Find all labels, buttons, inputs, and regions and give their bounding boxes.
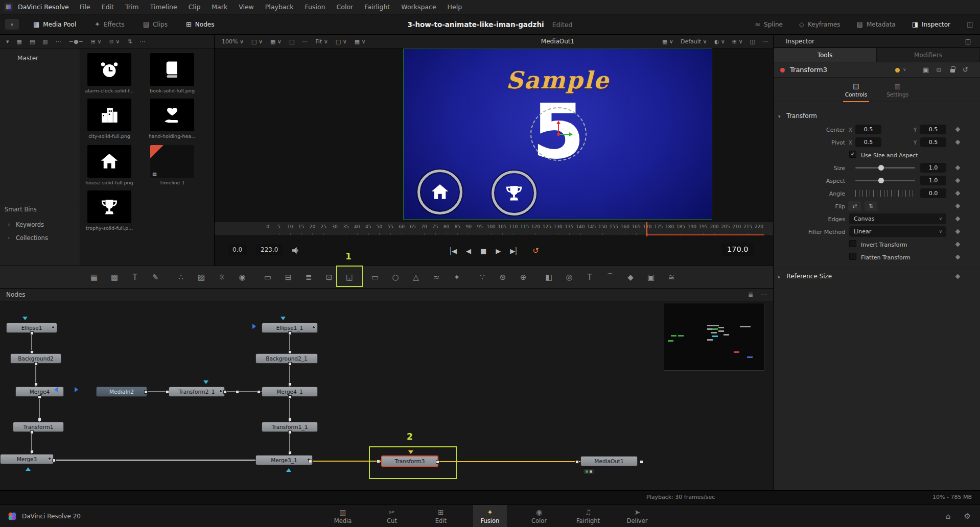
node-port[interactable]: [52, 459, 56, 462]
tab-modifiers[interactable]: Modifiers: [877, 48, 980, 62]
size-slider[interactable]: [855, 167, 915, 169]
menu-item[interactable]: Mark: [206, 3, 233, 11]
page-cut[interactable]: ✂ Cut: [375, 505, 409, 527]
audio-mute-icon[interactable]: [291, 247, 299, 256]
node-merge3[interactable]: Merge3: [0, 454, 54, 464]
node-port[interactable]: [309, 460, 312, 463]
node-port[interactable]: [30, 450, 34, 453]
merge-3d-tool-icon[interactable]: ◆: [624, 273, 637, 282]
current-frame-input[interactable]: 170.0: [721, 243, 754, 256]
range-end-input[interactable]: 223.0: [256, 244, 283, 255]
paint-tool-icon[interactable]: ✎: [149, 273, 161, 282]
keyframe-diamond-icon[interactable]: [955, 165, 961, 171]
keyframe-diamond-icon[interactable]: [955, 274, 961, 279]
nodes-more-icon[interactable]: ⋯: [761, 291, 767, 298]
menu-item[interactable]: Help: [442, 3, 468, 11]
loop-button[interactable]: ↺: [532, 246, 539, 255]
node-port[interactable]: [30, 430, 34, 434]
node-port[interactable]: [288, 362, 292, 366]
media-item[interactable]: hand-holding-hea...: [150, 99, 194, 139]
center-x-input[interactable]: 0.5: [855, 125, 881, 134]
flip-horizontal-button[interactable]: ⇄: [848, 201, 861, 211]
node-mediaout1[interactable]: MediaOut1: [580, 456, 638, 466]
page-edit[interactable]: ⊞ Edit: [424, 505, 458, 527]
node-port[interactable]: [236, 390, 239, 394]
node-port[interactable]: [288, 418, 292, 421]
reference-size-section-header[interactable]: ▸ Reference Size: [774, 269, 980, 283]
node-tile-color-icon[interactable]: [895, 68, 900, 73]
timeline-ruler[interactable]: 0510152025303540455055606570758085909510…: [215, 222, 773, 236]
search-icon[interactable]: ⊙ ∨: [109, 38, 120, 45]
menu-item[interactable]: Timeline: [145, 3, 183, 11]
keyframe-diamond-icon[interactable]: [955, 178, 961, 183]
sort-direction-icon[interactable]: ⇅: [127, 38, 132, 45]
rgb-view-icon[interactable]: ▦ ∨: [662, 38, 673, 45]
colorcorrector-tool-icon[interactable]: ▨: [195, 273, 207, 282]
node-mediain2[interactable]: MediaIn2: [96, 387, 147, 397]
magic-mask-tool-icon[interactable]: ✦: [451, 273, 463, 282]
keyframe-diamond-icon[interactable]: [955, 204, 961, 209]
go-to-end-button[interactable]: ▶│: [510, 247, 517, 255]
menu-item[interactable]: Fairlight: [359, 3, 395, 11]
media-item[interactable]: city-solid-full.png: [87, 99, 131, 139]
blur-tool-icon[interactable]: ∴: [175, 273, 187, 282]
nodes-button[interactable]: ⊞Nodes: [186, 20, 214, 28]
color-controls-icon[interactable]: ▦ ∨: [355, 38, 366, 45]
dual-panel-icon[interactable]: ◫: [965, 35, 971, 48]
page-media[interactable]: ▥ Media: [326, 505, 360, 527]
polygon-mask-tool-icon[interactable]: △: [410, 273, 422, 282]
node-port[interactable]: [166, 390, 169, 394]
angle-input[interactable]: 0.0: [920, 188, 946, 198]
viewer-canvas[interactable]: Sample 5: [403, 49, 712, 220]
page-fusion[interactable]: ✦ Fusion: [473, 505, 507, 527]
node-port[interactable]: [38, 418, 41, 421]
step-back-button[interactable]: ◀: [466, 247, 470, 255]
node-port[interactable]: [30, 350, 34, 354]
keyframe-diamond-icon[interactable]: [955, 255, 961, 260]
ellipse-mask-tool-icon[interactable]: ○: [389, 273, 402, 282]
channel-select-icon[interactable]: ▦ ∨: [270, 38, 282, 45]
menu-item[interactable]: Trim: [120, 3, 145, 11]
size-input[interactable]: 1.0: [920, 163, 946, 173]
particle-merge-tool-icon[interactable]: ⊛: [497, 273, 509, 282]
node-port[interactable]: [144, 390, 148, 394]
particle-emitter-tool-icon[interactable]: ∵: [476, 273, 488, 282]
keyframe-diamond-icon[interactable]: [955, 242, 961, 247]
center-y-input[interactable]: 0.5: [920, 125, 946, 134]
menu-item[interactable]: Clip: [183, 3, 206, 11]
node-transform2-1[interactable]: Transform2_1: [169, 387, 225, 397]
chevron-down-icon[interactable]: ∨: [903, 67, 906, 72]
split-view-icon[interactable]: ◫: [750, 38, 755, 45]
node-port[interactable]: [38, 395, 41, 399]
menu-item[interactable]: Color: [331, 3, 359, 11]
node-port[interactable]: [288, 395, 292, 399]
filter-method-select[interactable]: Linear ∨: [849, 226, 946, 237]
bender-3d-tool-icon[interactable]: ⌒: [604, 272, 616, 282]
aspect-slider-knob[interactable]: [878, 178, 884, 183]
brightness-tool-icon[interactable]: ◉: [236, 273, 248, 282]
flatten-transform-checkbox[interactable]: [849, 253, 856, 260]
metadata-button[interactable]: ▤Metadata: [857, 20, 896, 28]
single-viewer-icon[interactable]: □: [289, 38, 294, 45]
menu-item[interactable]: Edit: [96, 3, 120, 11]
node-port[interactable]: [288, 451, 292, 454]
angle-thumbwheel[interactable]: [855, 190, 915, 197]
background-tool-icon[interactable]: ▦: [88, 273, 100, 282]
filmstrip-view-icon[interactable]: ▥: [42, 38, 48, 45]
renderer-3d-tool-icon[interactable]: ≋: [665, 273, 678, 282]
project-home-icon[interactable]: ⌂: [946, 512, 951, 521]
keyframe-diamond-icon[interactable]: [955, 229, 961, 234]
page-color[interactable]: ◉ Color: [522, 505, 556, 527]
thumbnail-view-icon[interactable]: ▦: [17, 38, 22, 45]
media-item[interactable]: alarm-clock-solid-f...: [87, 53, 131, 93]
keyframe-diamond-icon[interactable]: [955, 217, 961, 222]
flip-vertical-button[interactable]: ⇅: [865, 201, 877, 211]
media-item[interactable]: book-solid-full.png: [150, 53, 194, 93]
bin-sort-icon[interactable]: ▾: [6, 38, 9, 45]
list-view-icon[interactable]: ▤: [30, 38, 35, 45]
page-deliver[interactable]: ➤ Deliver: [620, 505, 654, 527]
edges-select[interactable]: Canvas ∨: [849, 213, 946, 224]
media-item[interactable]: house-solid-full.png: [87, 145, 131, 185]
menu-item[interactable]: Fusion: [299, 3, 331, 11]
channelbooleans-tool-icon[interactable]: ▭: [262, 273, 274, 282]
